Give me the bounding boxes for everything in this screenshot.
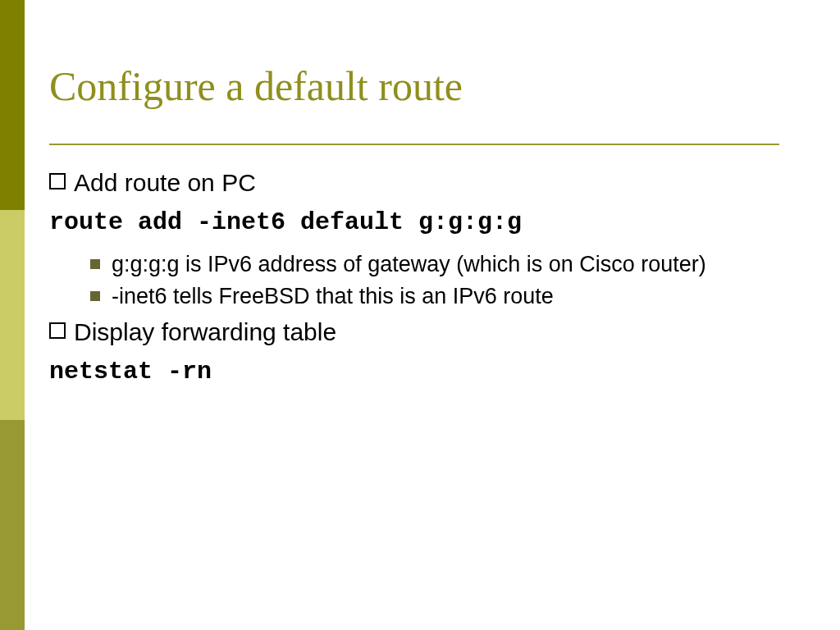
- sidebar-segment-top: [0, 0, 25, 210]
- bullet-text: -inet6 tells FreeBSD that this is an IPv…: [112, 282, 554, 311]
- sidebar-accent: [0, 0, 25, 630]
- bullet-level2: g:g:g:g is IPv6 address of gateway (whic…: [90, 250, 791, 279]
- command-line: route add -inet6 default g:g:g:g: [49, 207, 791, 239]
- square-bullet-icon: [49, 322, 66, 339]
- slide: Configure a default route Add route on P…: [0, 0, 840, 630]
- sidebar-segment-bottom: [0, 420, 25, 630]
- slide-title: Configure a default route: [49, 64, 791, 121]
- filled-square-bullet-icon: [90, 291, 100, 301]
- square-bullet-icon: [49, 173, 66, 189]
- slide-body: Add route on PC route add -inet6 default…: [49, 167, 791, 388]
- filled-square-bullet-icon: [90, 259, 100, 269]
- bullet-level2: -inet6 tells FreeBSD that this is an IPv…: [90, 282, 791, 311]
- bullet-text: Add route on PC: [74, 167, 256, 199]
- bullet-text: g:g:g:g is IPv6 address of gateway (whic…: [112, 250, 706, 279]
- bullet-level1: Add route on PC: [49, 167, 791, 199]
- slide-content: Configure a default route Add route on P…: [49, 64, 791, 399]
- command-line: netstat -rn: [49, 356, 791, 388]
- sidebar-segment-middle: [0, 210, 25, 420]
- bullet-text: Display forwarding table: [74, 316, 336, 348]
- bullet-level1: Display forwarding table: [49, 316, 791, 348]
- title-underline: [49, 144, 779, 145]
